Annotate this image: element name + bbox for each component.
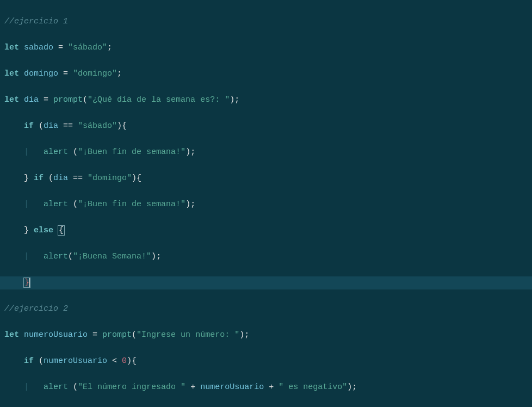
indent-guide-icon: | bbox=[24, 252, 29, 261]
indent bbox=[4, 356, 24, 366]
code-line[interactable]: //ejercicio 1 bbox=[0, 15, 532, 28]
identifier: numeroUsuario bbox=[44, 356, 107, 366]
semicolon: ; bbox=[156, 252, 161, 261]
indent bbox=[4, 121, 24, 131]
keyword-let: let bbox=[4, 330, 19, 340]
paren: ( bbox=[44, 174, 53, 183]
code-line[interactable]: //ejercicio 2 bbox=[0, 303, 532, 316]
indent bbox=[29, 200, 44, 209]
keyword-let: let bbox=[4, 95, 19, 104]
paren: ) bbox=[151, 252, 156, 261]
indent bbox=[29, 252, 44, 261]
code-line[interactable]: } if (dia == "domingo"){ bbox=[0, 172, 532, 185]
function-name: alert bbox=[44, 200, 68, 209]
matching-bracket-icon: } bbox=[23, 278, 30, 288]
code-line[interactable]: | alert("¡Buena Semana!"); bbox=[0, 250, 532, 263]
semicolon: ; bbox=[190, 147, 195, 157]
indent bbox=[4, 147, 24, 157]
operator: == bbox=[58, 121, 78, 131]
string-literal: "¡Buen fin de semana!" bbox=[78, 147, 185, 157]
string-literal: "domingo" bbox=[88, 174, 132, 183]
comment-text: //ejercicio 1 bbox=[4, 17, 68, 26]
code-line[interactable]: if (numeroUsuario < 0){ bbox=[0, 355, 532, 368]
code-editor[interactable]: //ejercicio 1 let sabado = "sábado"; let… bbox=[0, 2, 532, 407]
code-line[interactable]: } else { bbox=[0, 224, 532, 237]
paren: ) bbox=[230, 95, 234, 104]
string-literal: "¿Qué día de la semana es?: " bbox=[88, 95, 230, 104]
semicolon: ; bbox=[190, 200, 195, 209]
identifier: domingo bbox=[24, 69, 58, 78]
paren: ) bbox=[185, 200, 190, 209]
code-line[interactable]: let numeroUsuario = prompt("Ingrese un n… bbox=[0, 329, 532, 342]
identifier: dia bbox=[24, 95, 39, 104]
identifier: numeroUsuario bbox=[24, 330, 88, 340]
indent bbox=[4, 383, 24, 392]
operator: + bbox=[264, 383, 279, 392]
operator: = bbox=[88, 330, 102, 340]
keyword-let: let bbox=[4, 69, 19, 78]
paren: ) bbox=[185, 147, 190, 157]
function-name: alert bbox=[44, 252, 68, 261]
keyword-if: if bbox=[24, 356, 34, 366]
semicolon: ; bbox=[244, 330, 249, 340]
indent-guide-icon: | bbox=[24, 383, 29, 392]
identifier: sabado bbox=[24, 43, 53, 52]
code-line[interactable]: | alert ("¡Buen fin de semana!"); bbox=[0, 146, 532, 159]
operator: < bbox=[107, 356, 122, 366]
function-name: prompt bbox=[102, 330, 132, 340]
string-literal: "Ingrese un número: " bbox=[137, 330, 239, 340]
keyword-let: let bbox=[4, 43, 19, 52]
indent-guide-icon: | bbox=[24, 200, 29, 209]
indent bbox=[4, 200, 24, 209]
paren: ){ bbox=[117, 121, 127, 131]
code-line[interactable]: if (dia == "sábado"){ bbox=[0, 120, 532, 133]
paren: ( bbox=[68, 200, 78, 209]
function-name: prompt bbox=[53, 95, 83, 104]
paren: ( bbox=[34, 121, 44, 131]
code-line[interactable]: let sabado = "sábado"; bbox=[0, 41, 532, 54]
string-literal: "¡Buen fin de semana!" bbox=[78, 200, 185, 209]
code-line[interactable]: let domingo = "domingo"; bbox=[0, 67, 532, 81]
paren: ( bbox=[68, 383, 78, 392]
operator: == bbox=[68, 174, 88, 183]
paren: ) bbox=[347, 383, 352, 392]
identifier: dia bbox=[53, 174, 68, 183]
string-literal: "sábado" bbox=[68, 43, 107, 52]
string-literal: "El número ingresado " bbox=[78, 383, 185, 392]
code-line[interactable]: | alert ("¡Buen fin de semana!"); bbox=[0, 198, 532, 211]
matching-bracket-icon: { bbox=[58, 225, 65, 236]
semicolon: ; bbox=[107, 43, 112, 52]
function-name: alert bbox=[44, 147, 68, 157]
paren: ) bbox=[239, 330, 244, 340]
indent: } bbox=[4, 226, 34, 235]
semicolon: ; bbox=[117, 69, 122, 78]
function-name: alert bbox=[44, 383, 68, 392]
keyword-else: else bbox=[34, 226, 53, 235]
keyword-if: if bbox=[24, 121, 34, 131]
indent bbox=[29, 383, 44, 392]
operator: = bbox=[58, 69, 73, 78]
operator: = bbox=[39, 95, 53, 104]
identifier: numeroUsuario bbox=[200, 383, 264, 392]
identifier: dia bbox=[44, 121, 58, 131]
comment-text: //ejercicio 2 bbox=[4, 304, 68, 313]
indent-guide-icon: | bbox=[24, 147, 29, 157]
operator: = bbox=[53, 43, 68, 52]
indent bbox=[4, 278, 24, 287]
keyword-if: if bbox=[34, 174, 44, 183]
paren: ( bbox=[83, 95, 88, 104]
operator: + bbox=[185, 383, 200, 392]
semicolon: ; bbox=[352, 383, 357, 392]
code-line-active[interactable]: } bbox=[0, 276, 532, 289]
paren: ( bbox=[68, 147, 78, 157]
indent bbox=[4, 252, 24, 261]
paren: ( bbox=[34, 356, 44, 366]
code-line[interactable]: let dia = prompt("¿Qué día de la semana … bbox=[0, 94, 532, 107]
string-literal: "sábado" bbox=[78, 121, 117, 131]
string-literal: "domingo" bbox=[73, 69, 117, 78]
indent: } bbox=[4, 174, 34, 183]
paren: ( bbox=[132, 330, 137, 340]
code-line[interactable]: | alert ("El número ingresado " + numero… bbox=[0, 381, 532, 394]
paren: ( bbox=[68, 252, 73, 261]
number-literal: 0 bbox=[122, 356, 127, 366]
